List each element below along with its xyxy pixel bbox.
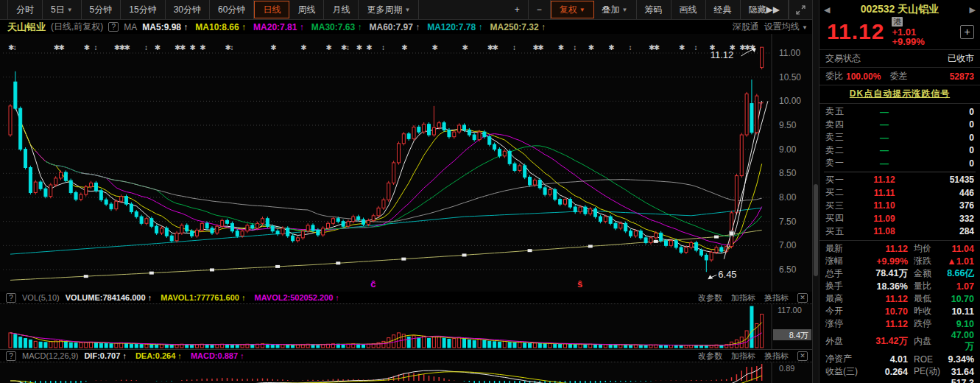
candle (34, 182, 37, 192)
svg-text:10.00: 10.00 (779, 96, 801, 106)
candle (423, 124, 426, 132)
candle (296, 238, 299, 241)
stat-label: 净资产 (825, 353, 862, 365)
event-marker-icon: ✱ (366, 43, 372, 52)
candle (604, 217, 607, 222)
pane-action-加指标[interactable]: 加指标 (731, 292, 755, 303)
event-marker-icon: ✱ (200, 43, 205, 52)
indicator-value: MAVOL1:777761.600 ↑ (161, 293, 245, 302)
stat-value: 1.07 (946, 281, 974, 292)
volume-chart[interactable]: 117.008.4万 (0, 304, 812, 349)
stat-label: 涨停 (825, 317, 862, 330)
stat-row: 总股本46.52亿总值517.3亿 (825, 378, 974, 383)
tool-button-复权[interactable]: 复权▼ (551, 1, 594, 18)
ma-value: MA250:7.32 ↑ (490, 22, 546, 32)
candle (256, 223, 259, 228)
close-icon[interactable]: ✕ (797, 351, 808, 361)
high-price-annotation: 11.12 (711, 49, 734, 60)
next-stock-arrow[interactable]: ▶ (970, 5, 976, 15)
period-button-分时[interactable]: 分时 (7, 0, 43, 19)
stat-value: 47.00万 (946, 330, 974, 353)
indicator-value: MAVOL2:502052.200 ↑ (255, 293, 339, 302)
candle (715, 247, 718, 253)
ma-settings-button[interactable]: 设置均线 ▼ (764, 21, 808, 33)
order-row-sell: 卖二—0 (825, 144, 974, 158)
candle (19, 108, 22, 150)
add-to-watchlist-button[interactable]: + (960, 25, 974, 39)
candle (443, 123, 445, 130)
ma-square-marker (275, 265, 280, 268)
event-marker-icon: ✱ (180, 43, 186, 52)
low-price-annotation: 6.45 (718, 269, 736, 280)
dk-signal-link[interactable]: DK点自动提示涨跌信号 (850, 88, 950, 99)
candle (24, 150, 27, 168)
period-button-5分钟[interactable]: 5分钟 (82, 0, 121, 19)
pane-action-改参数[interactable]: 改参数 (698, 292, 722, 303)
chevron-down-icon: ▼ (404, 7, 410, 13)
period-button-5日[interactable]: 5日▼ (43, 0, 82, 19)
ma120-line (10, 208, 762, 254)
tool-button-叠加[interactable]: 叠加▼ (594, 0, 637, 19)
vertical-scrollbar[interactable] (812, 0, 819, 383)
period-button-月线[interactable]: 月线 (324, 0, 359, 19)
tool-button-隐藏▶▶[interactable]: 隐藏▶▶ (741, 0, 789, 19)
candle (327, 223, 330, 228)
order-volume: 0 (914, 107, 974, 117)
pane-action-换指标[interactable]: 换指标 (764, 292, 789, 303)
stat-value: 18.36% (862, 281, 908, 292)
tool-button-筹码[interactable]: 筹码 (637, 0, 671, 19)
candle (488, 137, 491, 144)
tool-button-+[interactable]: + (507, 0, 529, 19)
macd-values: DIF:0.707 ↑DEA:0.264 ↑MACD:0.887 ↑ (84, 351, 244, 360)
period-button-30分钟[interactable]: 30分钟 (166, 0, 210, 19)
event-marker-icon: ✱ (59, 43, 65, 52)
stat-value: 0.264 (862, 367, 908, 377)
period-label: 日线 (263, 4, 281, 16)
hk-connect-badge: 港 (892, 17, 903, 27)
pane-action-加指标[interactable]: 加指标 (731, 351, 755, 362)
period-toolbar: 分时5日▼5分钟15分钟30分钟60分钟日线周线月线更多周期▼+−复权▼叠加▼筹… (0, 0, 812, 20)
candle (750, 104, 753, 133)
candlestick-chart[interactable]: 11.0010.5010.009.509.008.508.007.507.006… (0, 34, 812, 292)
period-button-15分钟[interactable]: 15分钟 (121, 0, 165, 19)
stat-value: 78.41万 (862, 267, 908, 280)
scrollbar-thumb[interactable] (814, 184, 818, 276)
tool-button-经典[interactable]: 经典 (706, 0, 741, 19)
period-button-更多周期[interactable]: 更多周期▼ (359, 0, 419, 19)
volume-indicator-title: VOL(5,10) (22, 293, 60, 302)
tool-button-画线[interactable]: 画线 (671, 0, 706, 19)
svg-text:9.50: 9.50 (779, 120, 797, 130)
help-icon[interactable]: ? (108, 22, 119, 32)
close-icon[interactable]: ✕ (797, 293, 808, 303)
help-icon[interactable]: ? (6, 293, 16, 303)
candle (589, 209, 592, 214)
stat-value: 10.11 (946, 306, 974, 317)
help-icon[interactable]: ? (6, 351, 16, 361)
tool-button-−[interactable]: − (529, 0, 551, 19)
stat-label: 内盘 (914, 335, 946, 348)
candle (761, 47, 764, 67)
macd-chart[interactable]: 0.89 (0, 362, 812, 383)
prev-stock-arrow[interactable]: ◀ (824, 5, 830, 15)
candle (105, 200, 107, 204)
pane-action-改参数[interactable]: 改参数 (698, 351, 722, 362)
pane-action-换指标[interactable]: 换指标 (764, 351, 789, 362)
period-button-周线[interactable]: 周线 (289, 0, 324, 19)
period-button-60分钟[interactable]: 60分钟 (210, 0, 254, 19)
stat-value: 517.3亿 (946, 378, 974, 383)
ma-square-marker (462, 253, 467, 256)
chevron-down-icon: ▼ (622, 7, 628, 13)
event-marker-icon: ✱ (190, 43, 196, 52)
candle (412, 127, 415, 139)
stat-value: 4.01 (862, 354, 908, 365)
stat-value: 10.70 (946, 294, 974, 304)
ma-value: MA30:7.63 ↑ (311, 22, 362, 32)
svg-text:11.00: 11.00 (779, 48, 800, 58)
candle (568, 200, 571, 207)
candle (9, 106, 12, 135)
order-volume: 446 (914, 188, 974, 198)
period-button-日线[interactable]: 日线 (254, 1, 289, 18)
candle (503, 151, 506, 156)
fullscreen-expand-icon[interactable] (789, 0, 812, 19)
macd-axis-top: 0.89 (779, 364, 794, 373)
